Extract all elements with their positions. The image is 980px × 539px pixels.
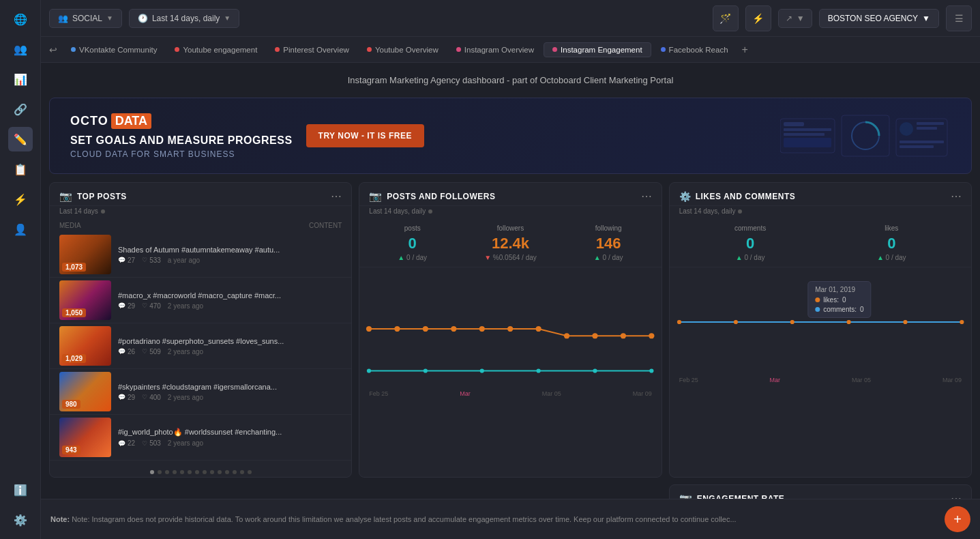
followers-rate: ▼ %0.0564 / day: [484, 254, 537, 261]
sidebar-icon-clipboard[interactable]: 📋: [8, 157, 33, 181]
svg-point-35: [960, 320, 964, 324]
sidebar-icon-settings[interactable]: ⚙️: [8, 508, 33, 532]
svg-point-34: [903, 320, 907, 324]
table-row: 1,029 #portadriano #superphoto_sunsets #…: [50, 323, 351, 369]
likes-comments-menu[interactable]: ⋯: [951, 190, 962, 203]
tab-vkontakte[interactable]: VKontakte Community: [63, 43, 165, 57]
sidebar-icon-users[interactable]: 👥: [8, 37, 33, 61]
tooltip-likes-row: likes: 0: [815, 296, 863, 304]
post-content-3: #portadriano #superphoto_sunsets #loves_…: [118, 337, 342, 345]
fab-add-button[interactable]: +: [945, 506, 970, 532]
dot-12[interactable]: [233, 470, 237, 474]
sidebar-icon-info[interactable]: ℹ️: [8, 478, 33, 502]
svg-point-28: [593, 368, 597, 373]
tooltip-comments-dot: [815, 307, 820, 312]
dot-9[interactable]: [210, 470, 214, 474]
tab-add-button[interactable]: +: [738, 42, 752, 57]
like-icon-1: ♡: [142, 257, 147, 263]
sidebar-icon-pencil[interactable]: ✏️: [8, 127, 33, 151]
svg-point-18: [507, 326, 513, 332]
likes-stat: likes 0 ▲ 0 / day: [877, 224, 906, 261]
top-posts-menu[interactable]: ⋯: [331, 190, 342, 203]
lightning-button[interactable]: ⚡: [745, 5, 771, 31]
comments-rate: ▲ 0 / day: [734, 254, 766, 261]
dot-10[interactable]: [218, 470, 222, 474]
agency-label: BOSTON SEO AGENCY: [828, 14, 918, 23]
svg-rect-3: [784, 133, 825, 136]
sidebar-icon-globe[interactable]: 🌐: [8, 7, 33, 31]
date-dropdown[interactable]: 🕐 Last 14 days, daily ▼: [129, 9, 239, 28]
post-info-3: #portadriano #superphoto_sunsets #loves_…: [118, 337, 342, 355]
dot-14[interactable]: [248, 470, 252, 474]
magic-button[interactable]: 🪄: [713, 5, 739, 31]
comments-stat: comments 0 ▲ 0 / day: [734, 224, 766, 261]
dot-13[interactable]: [240, 470, 244, 474]
sidebar-icon-chart[interactable]: 📊: [8, 67, 33, 91]
sidebar-icon-bolt[interactable]: ⚡: [8, 187, 33, 212]
post-thumbnail-5[interactable]: 943: [59, 418, 111, 457]
tab-dot-youtube-ov: [367, 47, 372, 52]
social-dropdown[interactable]: 👥 SOCIAL ▼: [49, 9, 122, 28]
top-posts-subtitle: Last 14 days: [50, 206, 351, 219]
posts-followers-title: POSTS AND FOLLOWERS: [387, 192, 495, 201]
dot-2[interactable]: [158, 470, 162, 474]
dot-11[interactable]: [225, 470, 229, 474]
tab-youtube-engagement[interactable]: Youtube engagement: [166, 43, 265, 57]
agency-arrow: ▼: [922, 14, 930, 23]
dashboard-title: Instagram Marketing Agency dashboard - p…: [49, 70, 972, 91]
dot-4[interactable]: [173, 470, 177, 474]
svg-point-32: [790, 320, 794, 324]
tab-dot-youtube-eng: [175, 47, 179, 52]
svg-rect-8: [900, 122, 913, 136]
sidebar-icon-user[interactable]: 👤: [8, 217, 33, 242]
social-label: SOCIAL: [72, 14, 102, 23]
try-now-button[interactable]: TRY NOW - IT IS FREE: [306, 124, 424, 147]
tab-youtube-overview[interactable]: Youtube Overview: [359, 43, 447, 57]
share-button[interactable]: ↗ ▼: [778, 9, 812, 28]
data-badge: DATA: [111, 113, 151, 129]
post-score-5: 943: [62, 446, 80, 454]
tab-instagram-engagement[interactable]: Instagram Engagement: [544, 42, 651, 57]
dot-6[interactable]: [188, 470, 192, 474]
dot-7[interactable]: [195, 470, 199, 474]
lc-tooltip: Mar 01, 2019 likes: 0 comments: 0: [807, 281, 871, 318]
post-thumbnail-4[interactable]: 980: [59, 372, 111, 411]
tab-dot-vkontakte: [71, 47, 76, 52]
likes-comments-subtitle: Last 14 days, daily: [670, 206, 971, 219]
banner-left: OCTO DATA SET GOALS AND MEASURE PROGRESS…: [70, 113, 293, 159]
tab-redirect-icon[interactable]: ↩: [45, 43, 61, 57]
dot-1[interactable]: [150, 470, 154, 474]
dot-8[interactable]: [203, 470, 207, 474]
post-thumbnail-2[interactable]: 1,050: [59, 280, 111, 320]
posts-followers-menu[interactable]: ⋯: [641, 190, 652, 203]
social-dropdown-arrow: ▼: [106, 14, 113, 22]
note-bar: Note: Note: Instagram does not provide h…: [41, 499, 980, 539]
date-dropdown-arrow: ▼: [224, 14, 231, 22]
menu-button[interactable]: ☰: [946, 5, 972, 31]
sidebar-icon-share[interactable]: 🔗: [8, 97, 33, 121]
tab-pinterest[interactable]: Pinterest Overview: [267, 43, 357, 57]
svg-point-17: [479, 326, 485, 332]
tooltip-likes-value: 0: [842, 296, 846, 304]
tab-facebook-reach[interactable]: Facebook Reach: [653, 43, 737, 57]
post-comments-2: 💬 29: [118, 302, 135, 310]
followers-value: 12.4k: [484, 235, 537, 252]
tooltip-date: Mar 01, 2019: [815, 286, 863, 293]
tab-instagram-overview[interactable]: Instagram Overview: [448, 43, 542, 57]
post-score-1: 1,073: [62, 263, 86, 272]
posts-table: media content 1,073 Shades of Autumn #au…: [50, 219, 351, 465]
post-info-4: #skypainters #cloudstagram #igersmallorc…: [118, 383, 342, 401]
post-thumbnail-1[interactable]: 1,073: [59, 235, 111, 274]
post-likes-2: ♡ 470: [142, 302, 161, 310]
post-thumbnail-3[interactable]: 1,029: [59, 326, 111, 366]
post-date-4: 2 years ago: [168, 394, 203, 401]
followers-stats-row: posts 0 ▲ 0 / day followers 12.4k ▼ %0.0…: [359, 219, 661, 267]
agency-dropdown[interactable]: BOSTON SEO AGENCY ▼: [819, 9, 939, 28]
dot-3[interactable]: [165, 470, 169, 474]
posts-rate: ▲ 0 / day: [398, 254, 427, 261]
comments-value: 0: [734, 235, 766, 252]
post-content-5: #ig_world_photo🔥 #worldssunset #enchanti…: [118, 428, 342, 437]
dot-5[interactable]: [180, 470, 184, 474]
posts-followers-card: 📷 POSTS AND FOLLOWERS ⋯ Last 14 days, da…: [359, 182, 662, 478]
banner: OCTO DATA SET GOALS AND MEASURE PROGRESS…: [49, 98, 972, 174]
